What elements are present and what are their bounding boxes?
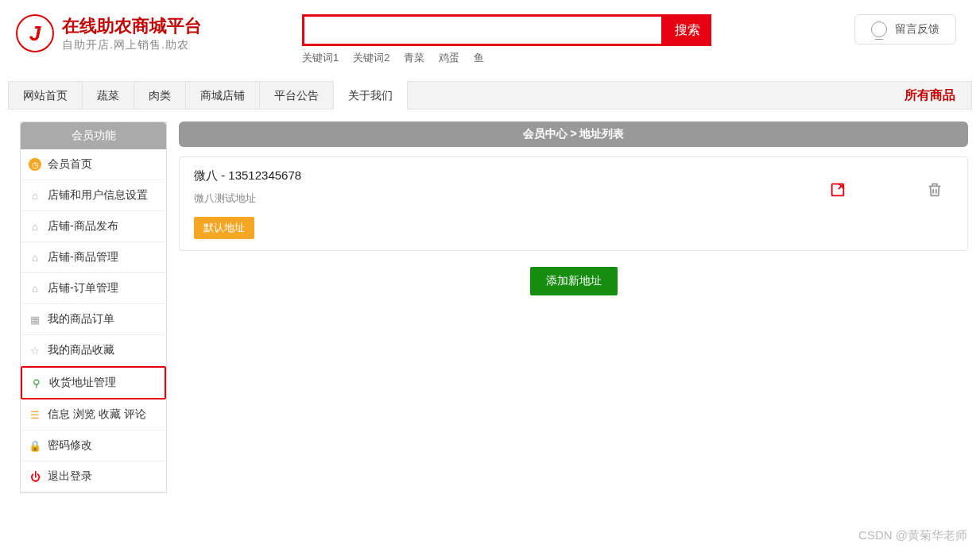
sidebar-item-publish[interactable]: ⌂ 店铺-商品发布 — [21, 211, 166, 242]
nav-meat[interactable]: 肉类 — [134, 81, 186, 110]
keyword-link[interactable]: 关键词2 — [353, 51, 389, 65]
sidebar-item-label: 我的商品收藏 — [48, 343, 114, 357]
delete-icon[interactable] — [926, 181, 943, 201]
main-content: 会员中心 > 地址列表 微八 - 13512345678 微八测试地址 默认地址… — [179, 122, 968, 493]
feedback-area: 留言反馈 — [821, 14, 964, 44]
sidebar-item-logout[interactable]: ⏻ 退出登录 — [21, 461, 166, 492]
logo-area: J 在线助农商城平台 自助开店.网上销售.助农 — [16, 14, 302, 52]
site-title: 在线助农商城平台 — [62, 14, 202, 38]
grid-icon: ▦ — [29, 313, 41, 326]
sidebar-item-label: 信息 浏览 收藏 评论 — [48, 407, 146, 422]
sidebar-item-goods-manage[interactable]: ⌂ 店铺-商品管理 — [21, 242, 166, 273]
nav-veg[interactable]: 蔬菜 — [83, 81, 134, 110]
search-keywords: 关键词1 关键词2 青菜 鸡蛋 鱼 — [302, 51, 821, 65]
sidebar-item-label: 店铺-商品发布 — [48, 219, 118, 233]
site-subtitle: 自助开店.网上销售.助农 — [62, 38, 202, 52]
sidebar-item-label: 店铺和用户信息设置 — [48, 188, 148, 203]
sidebar-item-label: 密码修改 — [48, 438, 92, 453]
address-card: 微八 - 13512345678 微八测试地址 默认地址 — [179, 156, 968, 251]
address-actions — [829, 181, 943, 201]
default-address-badge: 默认地址 — [194, 217, 254, 239]
sidebar: 会员功能 ◷ 会员首页 ⌂ 店铺和用户信息设置 ⌂ 店铺-商品发布 ⌂ 店铺-商… — [20, 122, 167, 493]
sidebar-item-password[interactable]: 🔒 密码修改 — [21, 430, 166, 461]
sidebar-item-label: 会员首页 — [48, 157, 92, 172]
add-button-wrap: 添加新地址 — [179, 267, 968, 295]
add-address-button[interactable]: 添加新地址 — [530, 267, 618, 295]
nav-all-goods[interactable]: 所有商品 — [889, 87, 971, 104]
search-button[interactable]: 搜索 — [664, 14, 711, 46]
sidebar-item-favorites[interactable]: ☆ 我的商品收藏 — [21, 335, 166, 366]
search-area: 搜索 关键词1 关键词2 青菜 鸡蛋 鱼 — [302, 14, 821, 65]
keyword-link[interactable]: 青菜 — [404, 51, 424, 65]
sidebar-item-label: 我的商品订单 — [48, 312, 114, 326]
sidebar-item-label: 店铺-订单管理 — [48, 281, 118, 295]
home-icon: ⌂ — [29, 251, 41, 264]
list-icon: ☰ — [29, 408, 41, 421]
lock-icon: 🔒 — [29, 439, 41, 452]
headset-icon — [871, 21, 887, 37]
sidebar-item-shop-settings[interactable]: ⌂ 店铺和用户信息设置 — [21, 180, 166, 211]
keyword-link[interactable]: 关键词1 — [302, 51, 339, 65]
nav-notice[interactable]: 平台公告 — [260, 81, 334, 110]
sidebar-item-order-manage[interactable]: ⌂ 店铺-订单管理 — [21, 273, 166, 304]
sidebar-item-label: 退出登录 — [48, 469, 92, 484]
sidebar-item-my-orders[interactable]: ▦ 我的商品订单 — [21, 304, 166, 335]
sidebar-item-label: 店铺-商品管理 — [48, 250, 118, 264]
sidebar-item-address[interactable]: ⚲ 收货地址管理 — [21, 366, 166, 399]
home-icon: ⌂ — [29, 189, 41, 202]
search-row: 搜索 — [302, 14, 821, 46]
sidebar-title: 会员功能 — [21, 122, 166, 149]
power-icon: ⏻ — [29, 470, 41, 483]
feedback-button[interactable]: 留言反馈 — [854, 14, 956, 44]
home-icon: ⌂ — [29, 220, 41, 233]
home-icon: ⌂ — [29, 282, 41, 295]
keyword-link[interactable]: 鸡蛋 — [439, 51, 459, 65]
clock-icon: ◷ — [29, 158, 41, 171]
sidebar-item-info[interactable]: ☰ 信息 浏览 收藏 评论 — [21, 399, 166, 430]
header: J 在线助农商城平台 自助开店.网上销售.助农 搜索 关键词1 关键词2 青菜 … — [0, 0, 980, 65]
keyword-link[interactable]: 鱼 — [474, 51, 484, 65]
feedback-label: 留言反馈 — [895, 22, 939, 37]
nav-about[interactable]: 关于我们 — [334, 81, 408, 110]
star-icon: ☆ — [29, 344, 41, 357]
search-input[interactable] — [302, 14, 664, 46]
main-nav: 网站首页 蔬菜 肉类 商城店铺 平台公告 关于我们 所有商品 — [8, 81, 972, 110]
edit-icon[interactable] — [829, 181, 846, 201]
sidebar-item-home[interactable]: ◷ 会员首页 — [21, 149, 166, 180]
nav-home[interactable]: 网站首页 — [9, 81, 83, 110]
nav-shop[interactable]: 商城店铺 — [186, 81, 260, 110]
breadcrumb: 会员中心 > 地址列表 — [179, 122, 968, 147]
sidebar-item-label: 收货地址管理 — [49, 376, 116, 390]
logo-icon: J — [16, 14, 54, 52]
logo-text: 在线助农商城平台 自助开店.网上销售.助农 — [62, 14, 202, 52]
content-layout: 会员功能 ◷ 会员首页 ⌂ 店铺和用户信息设置 ⌂ 店铺-商品发布 ⌂ 店铺-商… — [20, 122, 968, 493]
pin-icon: ⚲ — [30, 376, 43, 389]
